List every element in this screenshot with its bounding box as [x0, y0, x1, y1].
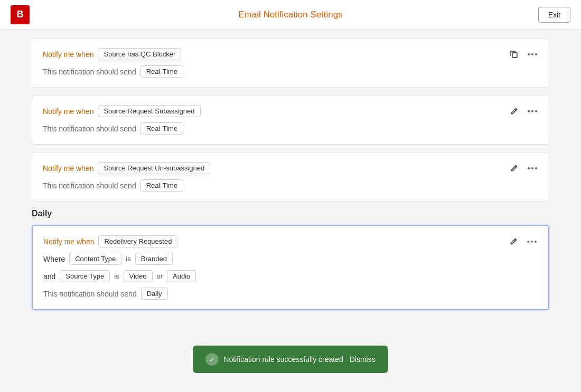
- card-actions-unsub: [507, 161, 540, 176]
- card-daily-redelivery: Notify me when Redelivery Requested Wher…: [32, 225, 549, 310]
- send-label-qc: This notification should send: [43, 68, 136, 76]
- condition2-row: and Source Type is Video or Audio: [43, 270, 538, 282]
- notify-when-label: Notify me when: [43, 107, 93, 116]
- toast-notification: ✓ Notification rule successfully created…: [193, 346, 388, 373]
- card-unsubassigned: Notify me when Source Request Un-subassi…: [32, 152, 549, 202]
- main-content: Notify me when Source has QC Blocker Thi…: [0, 30, 581, 392]
- send-label-unsub: This notification should send: [43, 181, 136, 190]
- notify-row-qc: Notify me when Source has QC Blocker: [43, 48, 538, 60]
- daily-section-label: Daily: [32, 209, 549, 218]
- send-row-daily: This notification should send Daily: [43, 288, 538, 300]
- timing-tag-unsub: Real-Time: [140, 179, 183, 192]
- edit-icon[interactable]: [506, 234, 521, 249]
- notify-row-unsub: Notify me when Source Request Un-subassi…: [43, 162, 538, 174]
- condition1-row: Where Content Type is Branded: [43, 253, 538, 265]
- condition2-field-tag: Source Type: [60, 270, 110, 282]
- notify-when-label: Notify me when: [43, 50, 93, 59]
- condition2-val2-tag: Audio: [167, 270, 196, 282]
- where-label: Where: [43, 255, 65, 263]
- title-rest: Notification Settings: [261, 9, 343, 20]
- send-row-sub: This notification should send Real-Time: [43, 122, 538, 135]
- condition2-or-label: or: [157, 272, 163, 280]
- timing-tag-sub: Real-Time: [140, 122, 183, 135]
- card-subassigned: Notify me when Source Request Subassigne…: [32, 95, 549, 145]
- event-tag-qc: Source has QC Blocker: [98, 48, 181, 60]
- timing-tag-qc: Real-Time: [140, 65, 183, 78]
- notify-row-daily: Notify me when Redelivery Requested: [43, 235, 538, 247]
- notify-row-sub: Notify me when Source Request Subassigne…: [43, 105, 538, 117]
- app-logo: B: [11, 5, 30, 24]
- send-label-daily: This notification should send: [43, 290, 137, 298]
- copy-icon[interactable]: [507, 47, 521, 62]
- card-actions-qc-blocker: [507, 47, 540, 62]
- toast-check-icon: ✓: [205, 353, 218, 366]
- send-row-unsub: This notification should send Real-Time: [43, 179, 538, 192]
- edit-icon[interactable]: [507, 161, 521, 176]
- toast-dismiss-button[interactable]: Dismiss: [350, 355, 376, 364]
- condition2-op: is: [114, 272, 119, 280]
- condition1-op: is: [126, 255, 130, 263]
- send-row-qc: This notification should send Real-Time: [43, 65, 538, 78]
- svg-rect-0: [512, 53, 517, 58]
- send-label-sub: This notification should send: [43, 125, 136, 133]
- toast-content: ✓ Notification rule successfully created: [205, 353, 343, 366]
- more-options-icon[interactable]: [525, 234, 540, 249]
- more-options-icon[interactable]: [526, 47, 540, 62]
- notify-when-label: Notify me when: [43, 164, 93, 173]
- page-title: Email Notification Settings: [238, 9, 342, 20]
- exit-button[interactable]: Exit: [538, 7, 570, 23]
- condition1-field-tag: Content Type: [69, 253, 121, 265]
- more-options-icon[interactable]: [526, 104, 540, 119]
- edit-icon[interactable]: [507, 104, 521, 119]
- timing-tag-daily: Daily: [141, 288, 168, 300]
- event-tag-unsub: Source Request Un-subassigned: [98, 162, 210, 174]
- card-actions-daily: [506, 234, 540, 249]
- and-label: and: [43, 272, 55, 281]
- event-tag-sub: Source Request Subassigned: [98, 105, 200, 117]
- condition2-val1-tag: Video: [124, 270, 153, 282]
- header: B Email Notification Settings Exit: [0, 0, 581, 30]
- more-options-icon[interactable]: [526, 161, 540, 176]
- card-qc-blocker: Notify me when Source has QC Blocker Thi…: [32, 38, 549, 88]
- card-actions-subassigned: [507, 104, 540, 119]
- event-tag-daily: Redelivery Requested: [98, 235, 177, 247]
- condition1-val-tag: Branded: [135, 253, 173, 265]
- title-highlight: Email: [238, 9, 261, 20]
- notify-when-label-daily: Notify me when: [43, 237, 94, 246]
- toast-message: Notification rule successfully created: [223, 355, 343, 364]
